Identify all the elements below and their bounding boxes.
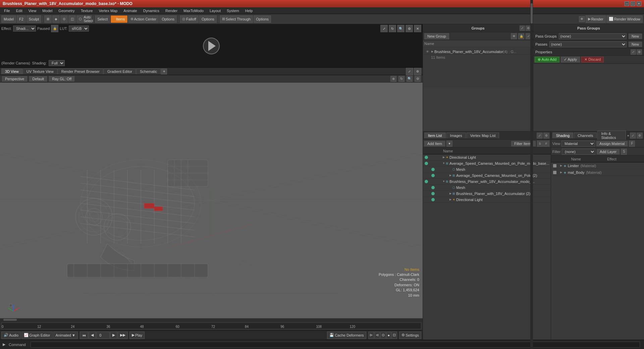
menu-view[interactable]: View: [26, 8, 39, 13]
item-list-icon-s[interactable]: S: [537, 141, 543, 147]
action-center-button[interactable]: ⊕ Action Center: [128, 15, 159, 23]
animated-button[interactable]: Animated ▼: [53, 332, 78, 339]
tab-images[interactable]: Images: [446, 133, 466, 138]
falloff-button[interactable]: ◎ Falloff: [180, 15, 199, 23]
auto-select-button[interactable]: Auto Select: [85, 15, 92, 23]
item-vis-1[interactable]: [425, 156, 428, 159]
viewport-icon-2[interactable]: ↻: [398, 76, 405, 82]
viewport-content[interactable]: No Items Polygons : Catmull-Clark Channe…: [0, 83, 423, 318]
auto-add-button[interactable]: ⊕ Auto Add: [535, 57, 559, 62]
options2-button[interactable]: Options: [199, 15, 217, 23]
cache-deformers-button[interactable]: 💾 Cache Deformers: [327, 332, 366, 339]
limiter-vis[interactable]: [553, 164, 556, 167]
item-list-settings-btn[interactable]: ⚙: [543, 133, 549, 139]
add-item-dropdown[interactable]: ▼: [446, 141, 452, 147]
preview-expand-icon[interactable]: ⤢: [380, 25, 388, 32]
tab-3d-view[interactable]: 3D View: [1, 68, 22, 74]
render-window-button[interactable]: ⬜ Render Window: [606, 15, 643, 23]
item-expand-7[interactable]: ▶: [448, 192, 452, 196]
options3-button[interactable]: Options: [254, 15, 271, 23]
timeline-ruler[interactable]: 0 12 24 36 48 60 72 84 96 108 120: [1, 322, 421, 329]
viewport[interactable]: Perspective Default Ray GL: Off ⊕ ↻ 🔍 ⚙: [0, 75, 423, 318]
group-item[interactable]: 👁 ▶ Brushless_Planer_with_18V_Accumulato…: [424, 49, 532, 55]
menu-render[interactable]: Render: [163, 8, 180, 13]
properties-expand-btn[interactable]: ⤢: [631, 49, 636, 55]
group-vis-1[interactable]: 👁: [424, 49, 430, 55]
render-settings-icon[interactable]: ⚙: [579, 16, 585, 22]
new-group-button[interactable]: New Group: [424, 33, 449, 39]
effect-dropdown[interactable]: Shadi...: [13, 26, 36, 32]
tab-uv-texture-view[interactable]: UV Texture View: [23, 68, 57, 74]
shading-settings-btn[interactable]: ⚙: [637, 133, 643, 139]
item-vis-6[interactable]: [431, 186, 435, 189]
mat-body-vis[interactable]: [553, 171, 556, 174]
tool-icon-3[interactable]: ⊙: [60, 15, 68, 23]
properties-settings-btn[interactable]: ⚙: [637, 49, 642, 55]
apply-button[interactable]: ✓ Apply: [561, 57, 580, 62]
passes-new-button[interactable]: New: [629, 42, 642, 47]
items-button[interactable]: ● Items: [111, 15, 127, 23]
tab-add-button[interactable]: +: [161, 68, 167, 74]
item-expand-2[interactable]: ▼: [442, 161, 446, 165]
shading-view-dropdown[interactable]: Material: [561, 141, 595, 147]
viewport-icon-1[interactable]: ⊕: [390, 76, 396, 82]
model-mode-button[interactable]: Model: [1, 15, 16, 23]
item-list-icon-f[interactable]: F: [543, 141, 549, 147]
tab-channels[interactable]: Channels: [574, 133, 597, 138]
menu-maxtomodo[interactable]: MaxToModo: [181, 8, 206, 13]
shading-f-btn[interactable]: F: [629, 141, 635, 147]
preview-settings-icon[interactable]: ⚙: [406, 25, 413, 32]
menu-animate[interactable]: Animate: [121, 8, 140, 13]
add-item-button[interactable]: Add Item: [424, 141, 445, 146]
discard-button[interactable]: ✕ Discard: [581, 57, 604, 62]
transport-icon-3[interactable]: ⊙: [380, 332, 386, 339]
select-button[interactable]: Select: [95, 15, 110, 23]
item-expand-8[interactable]: ▶: [448, 198, 452, 202]
item-vis-8[interactable]: [431, 198, 435, 201]
pass-groups-new-button[interactable]: New: [629, 34, 642, 39]
tab-item-list[interactable]: Item List: [424, 133, 446, 138]
transport-icon-2[interactable]: ⊲: [374, 332, 380, 339]
select-through-button[interactable]: ⊠ Select Through: [220, 15, 253, 23]
item-expand-4[interactable]: ▶: [448, 173, 452, 178]
frame-input[interactable]: [96, 332, 110, 339]
perspective-button[interactable]: Perspective: [2, 76, 27, 82]
step-back-button[interactable]: ◀: [89, 332, 96, 339]
group-expand-1[interactable]: ▶: [430, 50, 434, 54]
menu-dynamics[interactable]: Dynamics: [141, 8, 162, 13]
step-forward-button[interactable]: ▶▶: [118, 332, 128, 339]
item-list-scrollbar[interactable]: [530, 0, 533, 349]
command-input[interactable]: [31, 342, 640, 348]
preview-close-icon[interactable]: ✕: [414, 25, 421, 32]
shading-expand-btn[interactable]: ⤢: [630, 133, 636, 139]
prev-frame-button[interactable]: ⏮: [80, 332, 88, 339]
ray-gl-button[interactable]: Ray GL: Off: [49, 76, 74, 82]
mat-body-expand[interactable]: ▶: [559, 170, 563, 174]
shading-s-btn[interactable]: S: [621, 149, 627, 155]
tab-render-preset-browser[interactable]: Render Preset Browser: [58, 68, 103, 74]
lut-dropdown[interactable]: sRGB: [69, 26, 89, 32]
preview-zoom-icon[interactable]: 🔍: [397, 25, 405, 32]
item-vis-5[interactable]: [425, 180, 428, 183]
menu-layout[interactable]: Layout: [207, 8, 223, 13]
menu-model[interactable]: Model: [40, 8, 55, 13]
shading-tab-add[interactable]: +: [627, 134, 629, 138]
options-button[interactable]: Options: [159, 15, 177, 23]
tab-shading[interactable]: Shading: [552, 133, 573, 138]
shading-dropdown[interactable]: Full: [49, 60, 65, 66]
tool-icon-5[interactable]: ⬡: [76, 15, 84, 23]
item-expand-1[interactable]: ▶: [442, 155, 446, 159]
tool-icon-4[interactable]: ◫: [68, 15, 76, 23]
tab-schematic[interactable]: Schematic: [136, 68, 161, 74]
default-button[interactable]: Default: [29, 76, 47, 82]
maximize-button[interactable]: □: [631, 1, 635, 6]
tab-vertex-map-list[interactable]: Vertex Map List: [467, 133, 499, 138]
transport-icon-5[interactable]: ⊡: [391, 332, 397, 339]
menu-file[interactable]: File: [1, 8, 13, 13]
viewport-icon-3[interactable]: 🔍: [407, 76, 413, 82]
preview-play-button[interactable]: [203, 38, 220, 54]
shading-filter-dropdown[interactable]: (none): [562, 149, 595, 155]
item-vis-3[interactable]: [431, 168, 435, 171]
menu-texture[interactable]: Texture: [78, 8, 96, 13]
sculpt-button[interactable]: Sculpt: [26, 15, 42, 23]
